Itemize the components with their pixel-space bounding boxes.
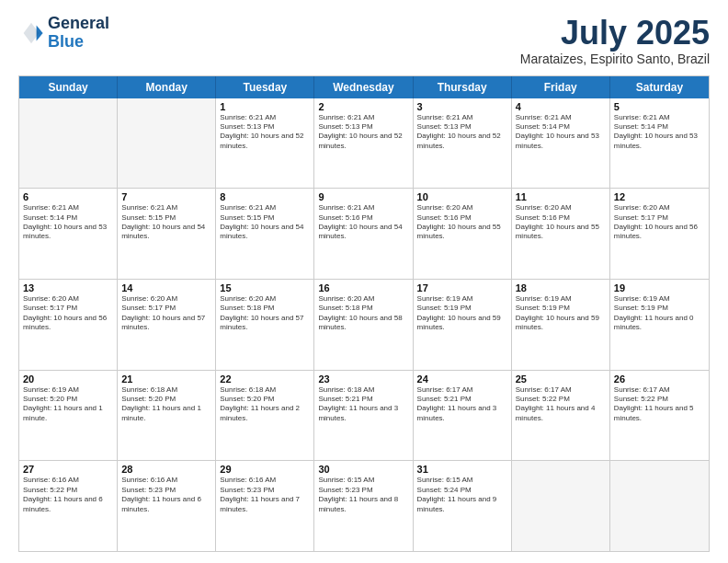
day-number: 1 xyxy=(220,101,310,112)
cell-info: Sunrise: 6:20 AM Sunset: 5:16 PM Dayligh… xyxy=(417,203,507,242)
calendar-cell: 20Sunrise: 6:19 AM Sunset: 5:20 PM Dayli… xyxy=(19,371,118,461)
header-day-tuesday: Tuesday xyxy=(216,76,314,98)
day-number: 25 xyxy=(516,373,606,385)
cell-info: Sunrise: 6:16 AM Sunset: 5:22 PM Dayligh… xyxy=(23,476,113,514)
calendar-cell: 8Sunrise: 6:21 AM Sunset: 5:15 PM Daylig… xyxy=(216,189,314,279)
calendar-cell: 9Sunrise: 6:21 AM Sunset: 5:16 PM Daylig… xyxy=(314,189,413,279)
calendar-cell xyxy=(19,98,118,189)
calendar-cell: 1Sunrise: 6:21 AM Sunset: 5:13 PM Daylig… xyxy=(216,98,314,189)
title-block: July 2025 Marataizes, Espirito Santo, Br… xyxy=(520,15,710,66)
cell-info: Sunrise: 6:20 AM Sunset: 5:18 PM Dayligh… xyxy=(220,294,310,333)
calendar-cell: 11Sunrise: 6:20 AM Sunset: 5:16 PM Dayli… xyxy=(512,189,610,279)
cell-info: Sunrise: 6:15 AM Sunset: 5:23 PM Dayligh… xyxy=(318,476,408,514)
calendar-row-5: 27Sunrise: 6:16 AM Sunset: 5:22 PM Dayli… xyxy=(19,460,709,551)
logo: General Blue xyxy=(18,15,109,52)
day-number: 31 xyxy=(417,464,507,475)
cell-info: Sunrise: 6:19 AM Sunset: 5:19 PM Dayligh… xyxy=(614,294,705,333)
logo-blue-text: Blue xyxy=(48,32,84,51)
cell-info: Sunrise: 6:18 AM Sunset: 5:20 PM Dayligh… xyxy=(121,385,211,424)
day-number: 4 xyxy=(516,101,606,112)
cell-info: Sunrise: 6:19 AM Sunset: 5:19 PM Dayligh… xyxy=(516,294,606,333)
cell-info: Sunrise: 6:20 AM Sunset: 5:17 PM Dayligh… xyxy=(614,203,705,242)
calendar: SundayMondayTuesdayWednesdayThursdayFrid… xyxy=(18,75,710,552)
cell-info: Sunrise: 6:21 AM Sunset: 5:13 PM Dayligh… xyxy=(220,113,310,152)
logo-general-text: General xyxy=(48,14,109,32)
calendar-cell: 16Sunrise: 6:20 AM Sunset: 5:18 PM Dayli… xyxy=(314,280,413,370)
header: General Blue July 2025 Marataizes, Espir… xyxy=(18,15,710,66)
day-number: 8 xyxy=(220,191,310,202)
day-number: 27 xyxy=(23,464,113,475)
day-number: 26 xyxy=(614,373,705,385)
calendar-cell: 6Sunrise: 6:21 AM Sunset: 5:14 PM Daylig… xyxy=(19,189,118,279)
day-number: 24 xyxy=(417,373,507,385)
calendar-cell: 29Sunrise: 6:16 AM Sunset: 5:23 PM Dayli… xyxy=(216,461,314,551)
calendar-cell: 22Sunrise: 6:18 AM Sunset: 5:20 PM Dayli… xyxy=(216,371,314,461)
day-number: 23 xyxy=(318,373,408,385)
header-day-monday: Monday xyxy=(118,76,216,98)
day-number: 6 xyxy=(23,191,113,202)
cell-info: Sunrise: 6:19 AM Sunset: 5:19 PM Dayligh… xyxy=(417,294,507,333)
calendar-cell: 15Sunrise: 6:20 AM Sunset: 5:18 PM Dayli… xyxy=(216,280,314,370)
calendar-cell xyxy=(118,98,216,189)
calendar-cell: 18Sunrise: 6:19 AM Sunset: 5:19 PM Dayli… xyxy=(512,280,610,370)
cell-info: Sunrise: 6:16 AM Sunset: 5:23 PM Dayligh… xyxy=(220,476,310,514)
calendar-cell: 30Sunrise: 6:15 AM Sunset: 5:23 PM Dayli… xyxy=(314,461,413,551)
calendar-cell: 7Sunrise: 6:21 AM Sunset: 5:15 PM Daylig… xyxy=(118,189,216,279)
calendar-cell: 2Sunrise: 6:21 AM Sunset: 5:13 PM Daylig… xyxy=(314,98,413,189)
day-number: 3 xyxy=(417,101,507,112)
day-number: 12 xyxy=(614,191,705,202)
calendar-cell: 3Sunrise: 6:21 AM Sunset: 5:13 PM Daylig… xyxy=(414,98,512,189)
calendar-cell: 24Sunrise: 6:17 AM Sunset: 5:21 PM Dayli… xyxy=(414,371,512,461)
calendar-cell xyxy=(512,461,610,551)
cell-info: Sunrise: 6:18 AM Sunset: 5:21 PM Dayligh… xyxy=(318,385,408,424)
cell-info: Sunrise: 6:21 AM Sunset: 5:13 PM Dayligh… xyxy=(417,113,507,152)
cell-info: Sunrise: 6:17 AM Sunset: 5:22 PM Dayligh… xyxy=(614,385,705,424)
header-day-saturday: Saturday xyxy=(610,76,709,98)
calendar-cell: 26Sunrise: 6:17 AM Sunset: 5:22 PM Dayli… xyxy=(610,371,709,461)
day-number: 9 xyxy=(318,191,408,202)
day-number: 22 xyxy=(220,373,310,385)
calendar-cell: 19Sunrise: 6:19 AM Sunset: 5:19 PM Dayli… xyxy=(610,280,709,370)
calendar-cell: 4Sunrise: 6:21 AM Sunset: 5:14 PM Daylig… xyxy=(512,98,610,189)
calendar-cell: 14Sunrise: 6:20 AM Sunset: 5:17 PM Dayli… xyxy=(118,280,216,370)
header-day-wednesday: Wednesday xyxy=(314,76,413,98)
calendar-row-4: 20Sunrise: 6:19 AM Sunset: 5:20 PM Dayli… xyxy=(19,370,709,461)
calendar-cell: 10Sunrise: 6:20 AM Sunset: 5:16 PM Dayli… xyxy=(414,189,512,279)
calendar-row-2: 6Sunrise: 6:21 AM Sunset: 5:14 PM Daylig… xyxy=(19,188,709,279)
header-day-friday: Friday xyxy=(512,76,610,98)
day-number: 11 xyxy=(516,191,606,202)
calendar-cell: 23Sunrise: 6:18 AM Sunset: 5:21 PM Dayli… xyxy=(314,371,413,461)
calendar-cell: 25Sunrise: 6:17 AM Sunset: 5:22 PM Dayli… xyxy=(512,371,610,461)
page: General Blue July 2025 Marataizes, Espir… xyxy=(0,0,728,563)
calendar-cell: 28Sunrise: 6:16 AM Sunset: 5:23 PM Dayli… xyxy=(118,461,216,551)
day-number: 5 xyxy=(614,101,705,112)
day-number: 7 xyxy=(121,191,211,202)
cell-info: Sunrise: 6:21 AM Sunset: 5:13 PM Dayligh… xyxy=(318,113,408,152)
calendar-cell xyxy=(610,461,709,551)
calendar-row-1: 1Sunrise: 6:21 AM Sunset: 5:13 PM Daylig… xyxy=(19,98,709,189)
cell-info: Sunrise: 6:20 AM Sunset: 5:16 PM Dayligh… xyxy=(516,203,606,242)
cell-info: Sunrise: 6:20 AM Sunset: 5:17 PM Dayligh… xyxy=(23,294,113,333)
cell-info: Sunrise: 6:17 AM Sunset: 5:21 PM Dayligh… xyxy=(417,385,507,424)
header-day-thursday: Thursday xyxy=(414,76,512,98)
day-number: 13 xyxy=(23,282,113,293)
cell-info: Sunrise: 6:20 AM Sunset: 5:18 PM Dayligh… xyxy=(318,294,408,333)
cell-info: Sunrise: 6:21 AM Sunset: 5:15 PM Dayligh… xyxy=(220,203,310,242)
calendar-cell: 13Sunrise: 6:20 AM Sunset: 5:17 PM Dayli… xyxy=(19,280,118,370)
cell-info: Sunrise: 6:20 AM Sunset: 5:17 PM Dayligh… xyxy=(121,294,211,333)
day-number: 19 xyxy=(614,282,705,293)
day-number: 18 xyxy=(516,282,606,293)
day-number: 20 xyxy=(23,373,113,385)
calendar-row-3: 13Sunrise: 6:20 AM Sunset: 5:17 PM Dayli… xyxy=(19,279,709,370)
calendar-cell: 31Sunrise: 6:15 AM Sunset: 5:24 PM Dayli… xyxy=(414,461,512,551)
calendar-header: SundayMondayTuesdayWednesdayThursdayFrid… xyxy=(19,76,709,98)
day-number: 30 xyxy=(318,464,408,475)
cell-info: Sunrise: 6:17 AM Sunset: 5:22 PM Dayligh… xyxy=(516,385,606,424)
cell-info: Sunrise: 6:15 AM Sunset: 5:24 PM Dayligh… xyxy=(417,476,507,514)
logo-icon xyxy=(18,20,44,46)
cell-info: Sunrise: 6:21 AM Sunset: 5:14 PM Dayligh… xyxy=(23,203,113,242)
location: Marataizes, Espirito Santo, Brazil xyxy=(520,52,710,66)
cell-info: Sunrise: 6:19 AM Sunset: 5:20 PM Dayligh… xyxy=(23,385,113,424)
cell-info: Sunrise: 6:18 AM Sunset: 5:20 PM Dayligh… xyxy=(220,385,310,424)
day-number: 21 xyxy=(121,373,211,385)
